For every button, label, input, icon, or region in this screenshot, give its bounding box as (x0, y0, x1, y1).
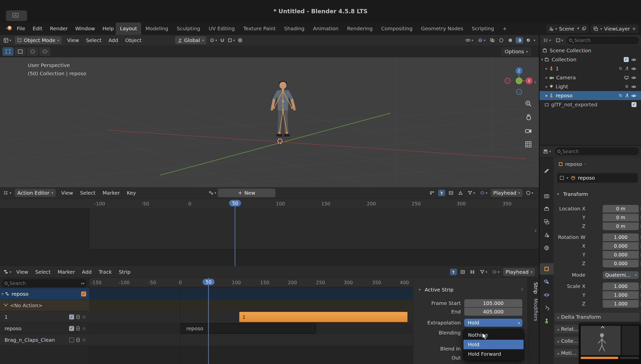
xray-toggle-icon[interactable] (489, 37, 496, 43)
camera-view-icon[interactable] (523, 125, 534, 136)
proportional-edit-icon[interactable]: ▾ (525, 190, 535, 196)
scene-selector[interactable]: ▾ Scene (546, 25, 588, 33)
rotation-x-field[interactable]: 0.000 (603, 242, 639, 250)
pin-icon[interactable] (576, 27, 580, 31)
nla-strip-1[interactable]: 1 (239, 312, 408, 322)
tab-animation[interactable]: Animation (309, 23, 343, 35)
solo-star-icon[interactable]: ☆ (82, 337, 86, 343)
location-z-field[interactable]: 0 m (603, 222, 639, 230)
vp-menu-object[interactable]: Object (122, 37, 145, 43)
select-mode-lasso[interactable] (39, 47, 50, 56)
shading-wireframe-icon[interactable] (498, 37, 505, 44)
frame-start-field[interactable]: 105.000 (464, 299, 522, 307)
tab-object[interactable] (540, 263, 554, 275)
nla-row-no-action[interactable]: <No Action> (0, 300, 89, 311)
shading-dropdown[interactable]: ▾ (534, 38, 535, 42)
solo-star-icon[interactable]: ☆ (82, 326, 86, 331)
outliner-row-gltf-not-exported[interactable]: glTF_not_exported ✓ (540, 100, 641, 109)
new-scene-icon[interactable] (582, 27, 586, 31)
nla-track-header-reposo[interactable]: ▾ reposo ✓ (0, 288, 89, 300)
view-layer-selector[interactable]: ▾ ViewLayer (591, 25, 638, 33)
select-mode-circle[interactable] (27, 47, 38, 56)
options-button[interactable]: Options▾ (501, 47, 531, 56)
window-icon[interactable] (6, 11, 27, 21)
search-input[interactable] (562, 149, 602, 154)
character-model[interactable] (263, 79, 303, 145)
run-icon[interactable] (625, 67, 629, 71)
eye-icon[interactable] (631, 94, 636, 98)
editor-type-button[interactable]: ▾ (2, 37, 13, 44)
snap-magnet-icon[interactable] (219, 37, 226, 44)
dope-sheet-keyframe-area[interactable] (89, 208, 539, 249)
end-field[interactable]: 405.000 (464, 308, 522, 316)
eye-icon[interactable] (631, 58, 636, 62)
add-workspace-button[interactable]: + (498, 23, 511, 35)
screen-icon[interactable] (624, 76, 629, 80)
normalize-toggle-icon[interactable] (447, 190, 455, 196)
tab-layout[interactable]: Layout (116, 23, 141, 35)
snap-target-dropdown[interactable]: ▾ (226, 37, 236, 44)
playhead-snap-dropdown[interactable]: Playhead▾ (503, 268, 535, 276)
lock-icon[interactable] (76, 328, 80, 330)
select-mode-tweak[interactable] (3, 47, 14, 56)
outliner-row-armature-1[interactable]: ▸ 1 ↻ (540, 64, 641, 73)
navigation-gizmo[interactable]: Z X (497, 61, 539, 99)
new-layer-icon[interactable] (632, 27, 636, 31)
track-mute-checkbox[interactable]: ✓ (69, 314, 74, 319)
nla-ruler[interactable]: -150 -100 -50 0 50 100 150 200 250 300 3… (89, 278, 413, 287)
outliner-row-camera[interactable]: ▸ Camera (540, 73, 641, 82)
object-name-field[interactable]: ▾ reposo (557, 173, 638, 183)
tab-tool[interactable] (540, 165, 554, 176)
eye-icon[interactable] (631, 67, 636, 71)
extrapolation-dropdown[interactable]: Hold ▾ (464, 319, 522, 327)
selected-only-toggle-icon[interactable] (450, 269, 457, 275)
track-mute-checkbox[interactable]: ✓ (69, 326, 74, 331)
nla-menu-marker[interactable]: Marker (54, 269, 78, 275)
outliner-row-light[interactable]: ▸ Light (540, 82, 641, 91)
outliner-row-collection[interactable]: ▾ Collection ✓ (540, 55, 641, 64)
light-data-icon[interactable] (625, 85, 629, 89)
browse-action-button[interactable]: ▾ (207, 190, 218, 196)
menu-window[interactable]: Window (71, 23, 99, 35)
nla-track-brag-n-claps[interactable]: Brag_n_Claps_Clean ✓ ☆ (0, 334, 89, 346)
rotation-w-field[interactable]: 1.000 (603, 233, 639, 241)
menu-edit[interactable]: Edit (29, 23, 46, 35)
tab-constraints[interactable] (540, 302, 554, 314)
scale-y-field[interactable]: 1.000 (603, 291, 639, 299)
select-mode-box[interactable] (15, 47, 26, 56)
outliner-search-box[interactable] (567, 37, 639, 44)
viewport-canvas[interactable]: User Perspective (50) Collection | repos… (0, 57, 539, 187)
lock-icon[interactable] (76, 339, 80, 342)
editor-type-button[interactable]: ▾ (542, 37, 552, 44)
show-gizmo-dropdown[interactable]: ▾ (464, 37, 475, 43)
tab-physics[interactable] (540, 289, 554, 301)
warning-icon[interactable] (457, 190, 464, 196)
eye-icon[interactable] (631, 85, 636, 89)
tab-scene[interactable] (540, 229, 554, 241)
menu-render[interactable]: Render (46, 23, 71, 35)
tab-rendering[interactable]: Rendering (343, 23, 377, 35)
eye-icon[interactable] (631, 76, 636, 80)
nla-menu-view[interactable]: View (13, 269, 32, 275)
tab-modeling[interactable]: Modeling (141, 23, 173, 35)
dots-filter-icon[interactable] (468, 269, 476, 275)
scale-x-field[interactable]: 1.000 (603, 282, 639, 290)
tab-scripting[interactable]: Scripting (467, 23, 498, 35)
tab-geometry-nodes[interactable]: Geometry Nodes (417, 23, 468, 35)
browse-object-icon[interactable] (560, 176, 564, 180)
tab-modifiers[interactable] (540, 276, 554, 288)
tab-render[interactable] (540, 190, 554, 202)
filter-funnel-dropdown[interactable]: ▾ (466, 190, 476, 196)
pose-icon[interactable]: ↻ (619, 93, 622, 98)
outliner-row-scene-collection[interactable]: Scene Collection (540, 46, 641, 55)
collapse-arrow-icon[interactable]: ▾ (417, 287, 422, 292)
menu-file[interactable]: File (13, 23, 29, 35)
rotation-z-field[interactable]: 0.000 (603, 260, 639, 267)
tab-output[interactable] (540, 203, 554, 215)
tab-shading[interactable]: Shading (280, 23, 309, 35)
tab-texture-paint[interactable]: Texture Paint (239, 23, 280, 35)
nla-track-1[interactable]: 1 ✓ ☆ (0, 311, 89, 323)
ds-menu-view[interactable]: View (58, 190, 76, 196)
nla-menu-add[interactable]: Add (78, 269, 95, 275)
nla-menu-track[interactable]: Track (95, 269, 115, 275)
